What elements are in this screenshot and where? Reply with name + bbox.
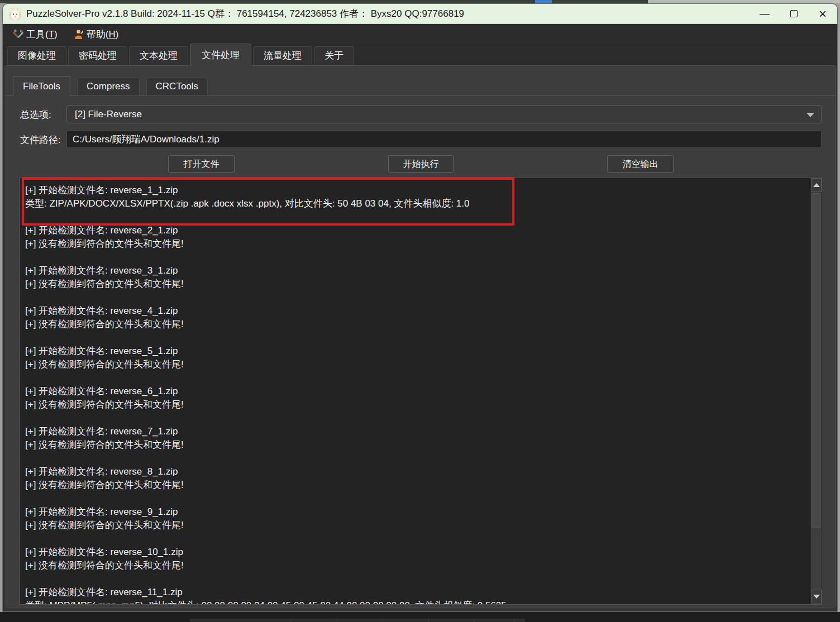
option-label: 总选项: — [20, 108, 51, 121]
log-line: [+] 开始检测文件名: reverse_9_1.zip — [25, 505, 810, 519]
menu-item-label: 工具(T) — [26, 28, 58, 41]
chevron-down-icon — [806, 113, 814, 117]
log-line: [+] 开始检测文件名: reverse_10_1.zip — [25, 546, 810, 559]
maximize-button[interactable] — [779, 4, 808, 23]
log-line: 类型: MPP/MP5(.mpp .mp5), 对比文件头: 00 00 00 … — [25, 599, 810, 604]
log-line: [+] 开始检测文件名: reverse_1_1.zip — [25, 184, 810, 197]
taskbar-divider — [474, 619, 475, 622]
main-tab-bar: 图像处理密码处理文本处理文件处理流量处理关于 — [3, 45, 837, 65]
menu-item-label: 帮助(H) — [87, 28, 119, 41]
option-value: [2] File-Reverse — [75, 109, 142, 119]
log-line: [+] 开始检测文件名: reverse_7_1.zip — [25, 425, 810, 438]
log-blank-line — [25, 532, 810, 546]
taskbar-strip — [0, 612, 840, 622]
app-window: PuzzleSolver-Pro v2.1.8 Build: 2024-11-1… — [2, 3, 838, 612]
menu-item-help[interactable]: 帮助(H) — [73, 28, 119, 41]
clear-output-button[interactable]: 清空输出 — [607, 155, 674, 173]
taskbar-divider — [428, 619, 429, 622]
minimize-button[interactable]: — — [750, 4, 779, 23]
taskbar-divider — [291, 619, 292, 622]
log-line: [+] 开始检测文件名: reverse_6_1.zip — [25, 385, 810, 398]
log-blank-line — [25, 291, 810, 304]
main-tab[interactable]: 密码处理 — [68, 46, 127, 65]
sheep-icon — [8, 7, 22, 21]
log-line: [+] 没有检测到符合的文件头和文件尾! — [25, 237, 810, 251]
log-blank-line — [25, 251, 810, 264]
log-line: [+] 没有检测到符合的文件头和文件尾! — [25, 438, 810, 452]
main-tab[interactable]: 流量处理 — [253, 46, 312, 65]
menubar: 工具(T)帮助(H) — [3, 24, 837, 45]
sub-tab-filetools[interactable]: FileTools — [13, 76, 70, 96]
log-line: [+] 开始检测文件名: reverse_8_1.zip — [25, 465, 810, 479]
output-console[interactable]: [+] 开始检测文件名: reverse_1_1.zip类型: ZIP/APK/… — [20, 177, 822, 605]
open-file-button[interactable]: 打开文件 — [168, 155, 235, 173]
sub-tab-crctools[interactable]: CRCTools — [146, 78, 208, 95]
sub-tab-bar: FileToolsCompressCRCTools — [6, 75, 835, 96]
log-line: [+] 没有检测到符合的文件头和文件尾! — [25, 479, 810, 492]
arrow-down-icon — [813, 595, 820, 599]
main-tab[interactable]: 图像处理 — [7, 46, 66, 65]
log-blank-line — [25, 331, 810, 345]
file-path-input[interactable]: C:/Users/顾翔瑞A/Downloads/1.zip — [66, 131, 822, 148]
taskbar-divider — [337, 619, 337, 622]
scroll-down-button[interactable] — [811, 590, 822, 604]
log-line: [+] 没有检测到符合的文件头和文件尾! — [25, 277, 810, 291]
scroll-up-button[interactable] — [811, 178, 822, 192]
scrollbar-thumb[interactable] — [812, 193, 820, 528]
log-line: 类型: ZIP/APK/DOCX/XLSX/PPTX(.zip .apk .do… — [25, 197, 810, 210]
main-tab[interactable]: 文本处理 — [129, 46, 188, 65]
sub-tab-compress[interactable]: Compress — [77, 78, 139, 95]
log-blank-line — [25, 210, 810, 224]
arrow-up-icon — [813, 183, 820, 187]
titlebar[interactable]: PuzzleSolver-Pro v2.1.8 Build: 2024-11-1… — [3, 4, 837, 24]
main-tab[interactable]: 文件处理 — [190, 44, 251, 66]
taskbar-divider — [383, 619, 383, 622]
log-line: [+] 开始检测文件名: reverse_2_1.zip — [25, 224, 810, 237]
file-path-label: 文件路径: — [20, 133, 61, 146]
log-line: [+] 开始检测文件名: reverse_5_1.zip — [25, 345, 810, 358]
log-line: [+] 没有检测到符合的文件头和文件尾! — [25, 318, 810, 331]
taskbar-divider — [514, 619, 515, 622]
main-tab[interactable]: 关于 — [314, 46, 354, 65]
filetools-pane: FileToolsCompressCRCTools 总选项: [2] File-… — [6, 65, 836, 607]
log-line: [+] 没有检测到符合的文件头和文件尾! — [25, 398, 810, 412]
log-line: [+] 开始检测文件名: reverse_3_1.zip — [25, 264, 810, 277]
log-line: [+] 没有检测到符合的文件头和文件尾! — [25, 519, 810, 532]
log-blank-line — [25, 452, 810, 465]
menu-item-tools[interactable]: 工具(T) — [13, 28, 58, 41]
maximize-icon — [790, 10, 798, 17]
log-blank-line — [25, 412, 810, 425]
window-controls: — × — [750, 4, 837, 23]
log-lines: [+] 开始检测文件名: reverse_1_1.zip类型: ZIP/APK/… — [20, 178, 810, 604]
taskbar-band — [190, 619, 525, 622]
close-button[interactable]: × — [808, 4, 837, 23]
log-line: [+] 没有检测到符合的文件头和文件尾! — [25, 358, 810, 371]
log-line: [+] 开始检测文件名: reverse_11_1.zip — [25, 586, 810, 599]
vertical-scrollbar[interactable] — [810, 178, 821, 604]
window-title: PuzzleSolver-Pro v2.1.8 Build: 2024-11-1… — [26, 7, 464, 20]
option-combobox[interactable]: [2] File-Reverse — [66, 105, 822, 123]
log-blank-line — [25, 371, 810, 385]
log-blank-line — [25, 572, 810, 586]
run-button[interactable]: 开始执行 — [388, 155, 454, 173]
log-line: [+] 没有检测到符合的文件头和文件尾! — [25, 559, 810, 572]
log-line: [+] 开始检测文件名: reverse_4_1.zip — [25, 304, 810, 318]
log-blank-line — [25, 492, 810, 505]
